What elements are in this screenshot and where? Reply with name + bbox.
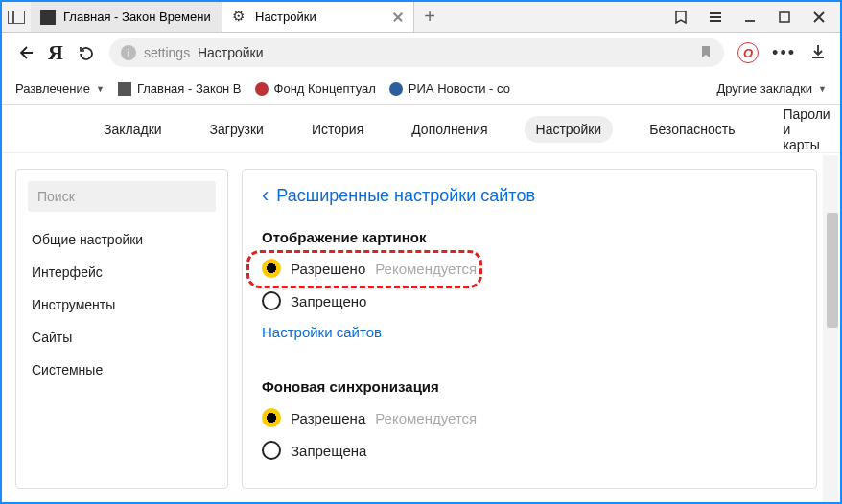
minimize-icon[interactable] <box>742 10 758 25</box>
scrollbar-track[interactable] <box>823 155 838 502</box>
more-icon[interactable]: ••• <box>772 43 796 63</box>
back-button[interactable] <box>15 43 35 62</box>
content-area: Поиск Общие настройки Интерфейс Инструме… <box>2 155 840 502</box>
radio-icon[interactable] <box>262 441 281 460</box>
breadcrumb-back[interactable]: Расширенные настройки сайтов <box>262 183 797 208</box>
bookmark-item-3[interactable]: РИА Новости - со <box>389 81 510 96</box>
navtab-addons[interactable]: Дополнения <box>400 116 499 143</box>
section-title-images: Отображение картинок <box>262 229 797 245</box>
settings-sidebar: Поиск Общие настройки Интерфейс Инструме… <box>15 169 228 489</box>
navtab-passwords[interactable]: Пароли и карты <box>772 101 842 158</box>
downloads-icon[interactable] <box>809 43 827 63</box>
breadcrumb-label: Расширенные настройки сайтов <box>276 186 535 206</box>
favicon-tab-1-gear-icon <box>232 10 247 25</box>
settings-main: Расширенные настройки сайтов Отображение… <box>242 169 817 489</box>
tab-close-icon[interactable] <box>392 11 404 23</box>
reload-button[interactable] <box>77 43 96 62</box>
bookmark-item-2[interactable]: Фонд Концептуал <box>255 81 376 96</box>
option-images-allow[interactable]: Разрешено Рекомендуется <box>262 255 797 287</box>
bookmarks-bar: Развлечение ▼ Главная - Закон В Фонд Кон… <box>2 73 840 105</box>
site-settings-link[interactable]: Настройки сайтов <box>262 324 382 340</box>
sidebar-item-system[interactable]: Системные <box>16 354 227 386</box>
option-sync-deny[interactable]: Запрещена <box>262 437 797 470</box>
reading-list-icon[interactable] <box>673 10 689 25</box>
bookmark-item-1[interactable]: Главная - Закон В <box>118 81 242 96</box>
sidebar-item-tools[interactable]: Инструменты <box>16 288 227 321</box>
navtab-downloads[interactable]: Загрузки <box>199 116 275 143</box>
maximize-icon[interactable] <box>777 10 792 25</box>
option-label: Разрешено <box>291 261 365 277</box>
menu-icon[interactable] <box>708 10 723 25</box>
chevron-left-icon <box>262 183 269 208</box>
favicon-icon <box>389 82 403 96</box>
tab-title-0: Главная - Закон Времени <box>63 10 212 24</box>
settings-search-input[interactable]: Поиск <box>28 181 216 212</box>
sidebar-item-sites[interactable]: Сайты <box>16 321 227 354</box>
navtab-settings[interactable]: Настройки <box>525 116 614 143</box>
other-bookmarks[interactable]: Другие закладки ▼ <box>716 81 827 96</box>
omnibox[interactable]: i settings Настройки <box>109 38 724 67</box>
sidebar-item-general[interactable]: Общие настройки <box>16 223 227 256</box>
tab-title-1: Настройки <box>255 10 385 24</box>
yandex-logo[interactable]: Я <box>48 40 63 65</box>
radio-icon[interactable] <box>262 291 281 310</box>
bookmark-folder-entertainment[interactable]: Развлечение ▼ <box>15 81 105 96</box>
close-window-icon[interactable] <box>811 10 827 25</box>
address-bar: Я i settings Настройки O ••• <box>2 33 840 73</box>
option-hint: Рекомендуется <box>375 261 477 277</box>
sidebar-panel-icon[interactable] <box>8 11 25 24</box>
option-label: Запрещена <box>291 443 366 459</box>
browser-tab-1[interactable]: Настройки <box>222 2 414 32</box>
option-hint: Рекомендуется <box>375 410 477 426</box>
window-controls <box>660 2 840 32</box>
site-info-icon[interactable]: i <box>121 45 136 60</box>
section-title-sync: Фоновая синхронизация <box>262 378 797 395</box>
bookmark-flag-icon[interactable] <box>699 44 713 62</box>
navtab-history[interactable]: История <box>300 116 375 143</box>
new-tab-button[interactable] <box>414 2 445 32</box>
radio-selected-icon[interactable] <box>262 408 281 427</box>
svg-rect-0 <box>780 12 789 22</box>
radio-selected-icon[interactable] <box>262 259 281 278</box>
navtab-bookmarks[interactable]: Закладки <box>92 116 174 143</box>
omnibox-text: settings Настройки <box>144 45 264 60</box>
favicon-icon <box>255 82 269 96</box>
navtab-security[interactable]: Безопасность <box>638 116 746 143</box>
option-images-deny[interactable]: Запрещено <box>262 287 797 320</box>
option-sync-allow[interactable]: Разрешена Рекомендуется <box>262 404 797 437</box>
favicon-tab-0 <box>40 10 56 25</box>
settings-navtabs: Закладки Загрузки История Дополнения Нас… <box>2 105 840 153</box>
sidebar-item-interface[interactable]: Интерфейс <box>16 256 227 288</box>
browser-tab-0[interactable]: Главная - Закон Времени <box>31 2 222 32</box>
favicon-icon <box>118 82 131 96</box>
option-label: Разрешена <box>291 410 365 426</box>
turbo-icon[interactable]: O <box>737 42 759 63</box>
scrollbar-thumb[interactable] <box>827 213 838 328</box>
titlebar: Главная - Закон Времени Настройки <box>2 2 840 33</box>
option-label: Запрещено <box>291 293 366 309</box>
titlebar-left <box>2 2 31 32</box>
